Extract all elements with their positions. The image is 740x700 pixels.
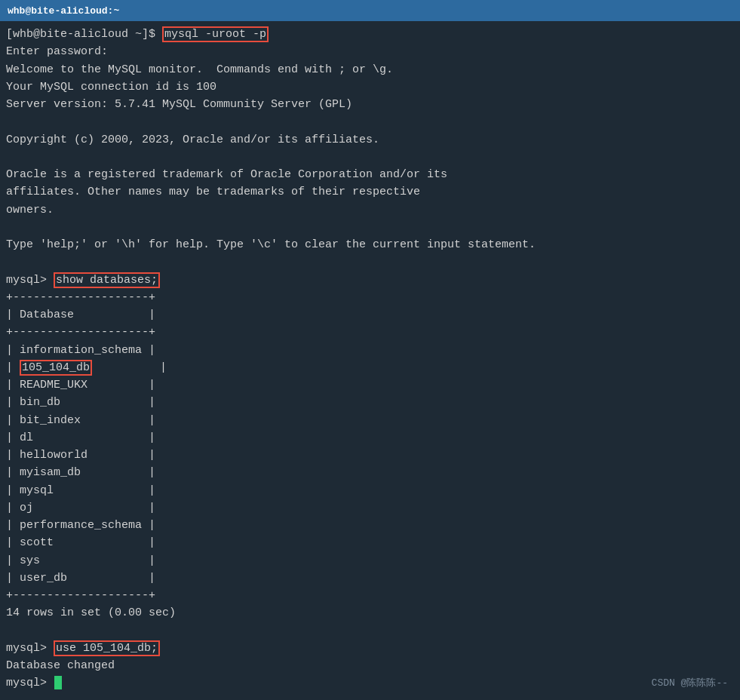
db-row-6: | dl | xyxy=(6,429,734,447)
db-row-3: | README_UKX | xyxy=(6,376,734,394)
prompt-4: mysql> xyxy=(6,677,54,689)
prompt-2: mysql> xyxy=(6,274,54,287)
line-connection-id: Your MySQL connection id is 100 xyxy=(6,78,734,96)
line-db-changed: Database changed xyxy=(6,657,734,674)
table-divider-1: +--------------------+ xyxy=(6,289,734,306)
db-row-8: | myisam_db | xyxy=(6,464,734,481)
line-blank-5 xyxy=(6,622,734,640)
table-divider-3: +--------------------+ xyxy=(6,587,734,604)
line-blank-3 xyxy=(6,219,734,236)
db-row-11: | performance_schema | xyxy=(6,517,734,534)
line-copyright: Copyright (c) 2000, 2023, Oracle and/or … xyxy=(6,131,734,149)
line-oracle-1: Oracle is a registered trademark of Orac… xyxy=(6,166,734,183)
db-row-7: | helloworld | xyxy=(6,447,734,464)
line-use-db: mysql> use 105_104_db; xyxy=(6,640,734,657)
line-server-version: Server version: 5.7.41 MySQL Community S… xyxy=(6,96,734,113)
line-last-prompt: mysql> xyxy=(6,674,734,692)
line-blank-2 xyxy=(6,149,734,166)
db-row-1: | information_schema | xyxy=(6,342,734,359)
db-row-2: | 105_104_db | xyxy=(6,359,734,376)
cursor-block xyxy=(54,676,62,689)
watermark: CSDN @陈陈陈-- xyxy=(652,676,728,691)
command-1-highlight: mysql -uroot -p xyxy=(162,26,269,42)
title-bar-label: whb@bite-alicloud:~ xyxy=(8,5,119,17)
db-row-9: | mysql | xyxy=(6,482,734,499)
command-3-highlight: use 105_104_db; xyxy=(54,640,160,656)
line-1: [whb@bite-alicloud ~]$ mysql -uroot -p xyxy=(6,26,734,43)
row-count: 14 rows in set (0.00 sec) xyxy=(6,604,734,622)
table-header: | Database | xyxy=(6,306,734,324)
terminal-window: whb@bite-alicloud:~ [whb@bite-alicloud ~… xyxy=(0,0,740,700)
title-bar: whb@bite-alicloud:~ xyxy=(0,0,740,21)
line-welcome: Welcome to the MySQL monitor. Commands e… xyxy=(6,61,734,78)
table-divider-2: +--------------------+ xyxy=(6,324,734,341)
command-2-highlight: show databases; xyxy=(54,272,160,288)
db-row-4: | bin_db | xyxy=(6,394,734,411)
db2-highlight: 105_104_db xyxy=(20,360,92,376)
line-enter-password: Enter password: xyxy=(6,43,734,60)
line-show-databases: mysql> show databases; xyxy=(6,272,734,289)
prompt-1: [whb@bite-alicloud ~]$ xyxy=(6,28,162,41)
terminal-body[interactable]: [whb@bite-alicloud ~]$ mysql -uroot -p E… xyxy=(0,21,740,700)
prompt-3: mysql> xyxy=(6,642,54,655)
line-oracle-3: owners. xyxy=(6,201,734,219)
line-help: Type 'help;' or '\h' for help. Type '\c'… xyxy=(6,236,734,253)
line-blank-1 xyxy=(6,113,734,130)
line-oracle-2: affiliates. Other names may be trademark… xyxy=(6,183,734,201)
db2-suffix: | xyxy=(92,361,167,374)
db2-prefix: | xyxy=(6,361,20,374)
db-row-14: | user_db | xyxy=(6,570,734,587)
db-row-13: | sys | xyxy=(6,552,734,570)
line-blank-4 xyxy=(6,253,734,271)
db-row-10: | oj | xyxy=(6,499,734,517)
db-row-12: | scott | xyxy=(6,534,734,551)
db-row-5: | bit_index | xyxy=(6,412,734,429)
